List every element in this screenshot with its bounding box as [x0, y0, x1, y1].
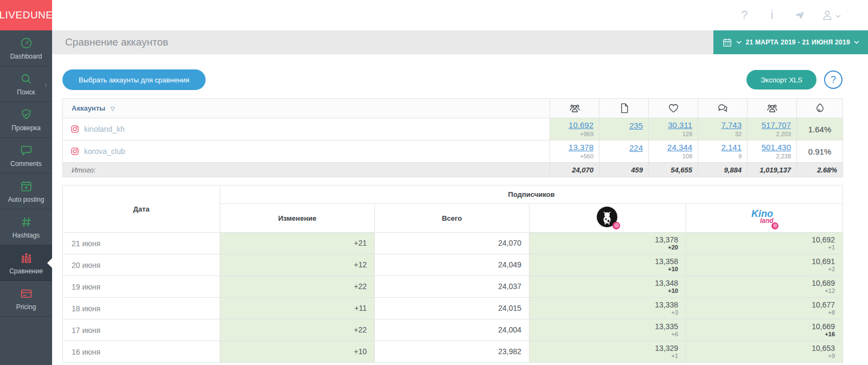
comments-icon[interactable]	[698, 99, 748, 118]
accounts-sort-header[interactable]: Аккаунты ▽	[63, 99, 550, 118]
account2-followers: 10,689+12	[686, 276, 843, 298]
account2-followers: 10,653+9	[686, 341, 843, 363]
metric-cell: 30,311128	[649, 118, 698, 140]
audience-icon[interactable]	[748, 99, 797, 118]
credit-card-icon	[20, 287, 33, 300]
account-avatar-korova[interactable]	[597, 207, 618, 228]
metric-value-link[interactable]: 501,430	[762, 143, 791, 152]
sidebar-item-check[interactable]: Проверка	[0, 102, 52, 138]
account2-change: +2	[686, 266, 835, 273]
sidebar-item-dashboard[interactable]: Dashboard	[0, 30, 52, 66]
account-name-cell: kinoland_kh	[63, 118, 550, 140]
sidebar-item-label: Hashtags	[12, 232, 40, 239]
account2-followers: 10,669+16	[686, 319, 843, 341]
account2-followers: 10,677+8	[686, 298, 843, 319]
row-date: 17 июня	[63, 319, 220, 341]
account-avatar-header[interactable]: Kinoland	[686, 204, 843, 233]
daily-total: 24,070	[375, 233, 529, 254]
metric-cell: 24,344108	[649, 140, 698, 163]
account-row: korova_club13,378+56022424,3441082,14195…	[63, 140, 843, 163]
account1-change: +3	[529, 309, 678, 316]
metric-value-link[interactable]: 235	[629, 121, 643, 130]
totals-label: Итого:	[63, 163, 550, 177]
metric-cell: 501,4302,238	[748, 140, 797, 163]
likes-icon[interactable]	[649, 99, 698, 118]
metric-value-link[interactable]: 2,141	[721, 143, 742, 152]
sidebar-item-label: Сравнение	[9, 267, 43, 275]
account-icon[interactable]	[821, 9, 841, 22]
posts-icon[interactable]	[599, 99, 649, 118]
app-logo[interactable]: LIVEDUNE	[0, 0, 52, 30]
instagram-badge-icon	[612, 222, 620, 229]
account-name-cell: korova_club	[63, 140, 550, 163]
metric-value-link[interactable]: 13,378	[569, 143, 593, 152]
daily-total: 24,004	[375, 319, 529, 341]
account2-change: +8	[686, 309, 835, 316]
followers-daily-table: Дата Подписчиков Изменение Всего Kinolan…	[62, 185, 843, 363]
followers-row: 17 июня+2224,00413,335+610,669+16	[63, 319, 843, 341]
info-icon[interactable]: i	[765, 9, 778, 22]
chevron-right-icon: ›	[44, 80, 47, 89]
account2-followers: 10,692+1	[686, 233, 843, 254]
account2-change: +1	[686, 244, 835, 251]
sidebar-item-hashtags[interactable]: Hashtags	[0, 209, 52, 245]
followers-row: 20 июня+1224,04913,358+1010,691+2	[63, 254, 843, 276]
metric-value-link[interactable]: 224	[629, 143, 643, 152]
account-link[interactable]: korova_club	[84, 147, 125, 156]
metric-cell: 7,74332	[698, 118, 748, 140]
followers-icon[interactable]	[550, 99, 599, 118]
total-value: 24,070	[550, 163, 599, 177]
daily-change-total: +22	[220, 276, 375, 298]
toolbar: Выбрать аккаунты для сравнения Экспорт X…	[62, 69, 843, 90]
sidebar-item-autoposting[interactable]: Auto posting	[0, 174, 52, 209]
export-xls-button[interactable]: Экспорт XLS	[746, 70, 816, 89]
account-avatar-kinoland[interactable]: Kinoland	[747, 207, 782, 228]
metric-cell: 517,7072,203	[748, 118, 797, 140]
metric-value-link[interactable]: 517,707	[762, 120, 791, 130]
followers-row: 18 июня+1124,01513,338+310,677+8	[63, 298, 843, 319]
daily-change-total: +10	[220, 341, 375, 363]
total-value: 54,655	[649, 163, 698, 177]
topbar: ?i	[52, 0, 868, 30]
daily-total: 23,982	[375, 341, 529, 363]
sidebar-item-pricing[interactable]: Pricing	[0, 281, 52, 317]
account-avatar-header[interactable]	[529, 204, 686, 233]
shield-check-icon	[20, 108, 33, 121]
total-value: 459	[599, 163, 649, 177]
row-date: 19 июня	[63, 276, 220, 298]
metric-value-link[interactable]: 24,344	[667, 143, 692, 152]
help-icon[interactable]: ?	[738, 9, 751, 22]
sidebar-item-label: Pricing	[16, 303, 36, 311]
daily-change-total: +22	[220, 319, 375, 341]
date-range-picker[interactable]: 21 МАРТА 2019 - 21 ИЮНЯ 2019	[713, 30, 868, 54]
followers-row: 16 июня+1023,98213,329+110,653+9	[63, 341, 843, 363]
account2-followers: 10,691+2	[686, 254, 843, 276]
metric-value-link[interactable]: 30,311	[668, 120, 692, 130]
telegram-icon[interactable]	[793, 9, 806, 22]
accounts-comparison-table: Аккаунты ▽ kinoland_kh10,692+96923530,31…	[62, 98, 843, 177]
sidebar-item-label: Проверка	[11, 124, 41, 132]
account-link[interactable]: kinoland_kh	[84, 125, 125, 133]
metric-cell: 10,692+969	[550, 118, 599, 140]
instagram-badge-icon	[771, 222, 778, 229]
sidebar: LIVEDUNE DashboardПоиск›ПроверкаComments…	[0, 0, 52, 365]
sidebar-item-comments[interactable]: Comments	[0, 138, 52, 174]
metric-sub-value: 9	[698, 153, 742, 160]
followers-group-header: Подписчиков	[220, 185, 843, 204]
account-row: kinoland_kh10,692+96923530,3111287,74332…	[63, 118, 843, 140]
select-accounts-button[interactable]: Выбрать аккаунты для сравнения	[62, 69, 206, 90]
help-button[interactable]: ?	[824, 71, 843, 89]
account1-followers: 13,358+10	[529, 254, 686, 276]
hashtag-icon	[20, 215, 33, 229]
instagram-icon	[71, 147, 79, 156]
metric-cell: 235	[599, 118, 649, 140]
metric-value-link[interactable]: 10,692	[569, 120, 593, 130]
er-icon[interactable]	[797, 99, 843, 118]
metric-cell: 13,378+560	[550, 140, 599, 163]
calendar-icon	[722, 37, 732, 48]
daily-total: 24,049	[375, 254, 529, 276]
sidebar-item-search[interactable]: Поиск›	[0, 66, 52, 102]
sidebar-item-compare[interactable]: Сравнение	[0, 245, 52, 281]
content-area: Выбрать аккаунты для сравнения Экспорт X…	[52, 54, 868, 365]
metric-value-link[interactable]: 7,743	[721, 120, 742, 130]
